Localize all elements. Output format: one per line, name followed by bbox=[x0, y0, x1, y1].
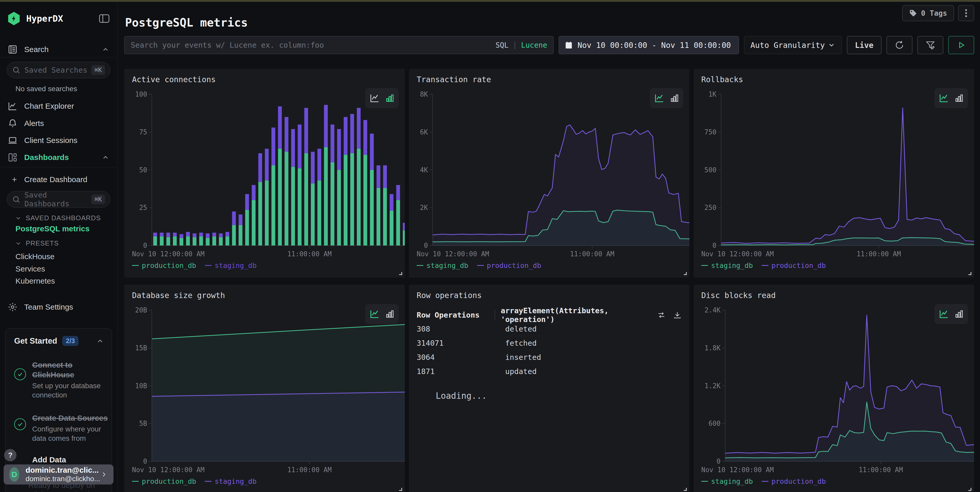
divider bbox=[0, 57, 117, 58]
legend-item[interactable]: staging_db bbox=[701, 477, 753, 485]
bar-chart-toggle[interactable] bbox=[670, 93, 679, 103]
legend-item[interactable]: staging_db bbox=[205, 262, 256, 270]
disc-blocks-read-chart[interactable] bbox=[701, 307, 974, 475]
line-chart-toggle[interactable] bbox=[938, 308, 949, 319]
chevron-up-icon[interactable] bbox=[102, 46, 110, 53]
cell-operation: deleted bbox=[505, 324, 536, 333]
sidebar-item-kubernetes[interactable]: Kubernetes bbox=[16, 276, 55, 285]
legend-label: production_db bbox=[487, 262, 541, 270]
sidebar-item-postgresql-metrics[interactable]: PostgreSQL metrics bbox=[16, 224, 89, 233]
bar-chart-toggle[interactable] bbox=[385, 93, 395, 103]
database-size-growth-chart[interactable] bbox=[132, 307, 405, 475]
legend-item[interactable]: staging_db bbox=[417, 262, 468, 270]
legend-item[interactable]: production_db bbox=[132, 477, 196, 485]
tags-button[interactable]: 0 Tags bbox=[902, 5, 954, 21]
sidebar-item-chart-explorer[interactable]: Chart Explorer bbox=[0, 98, 117, 114]
chart-title: Rollbacks bbox=[701, 75, 743, 84]
legend-item[interactable]: staging_db bbox=[205, 477, 256, 485]
column-header[interactable]: Row Operations bbox=[417, 311, 495, 319]
search-placeholder: Search your events w/ Lucene ex. column:… bbox=[131, 41, 324, 50]
saved-dashboards-input[interactable]: Saved Dashboards ⌘K bbox=[7, 191, 110, 208]
granularity-select[interactable]: Auto Granularity bbox=[744, 36, 842, 54]
download-icon[interactable] bbox=[673, 311, 682, 319]
chart-card-transaction-rate: Transaction rate staging_dbproduction_db bbox=[409, 69, 689, 278]
sidebar-item-search[interactable]: Search bbox=[0, 41, 117, 58]
resize-handle[interactable] bbox=[398, 487, 402, 491]
legend-item[interactable]: production_db bbox=[132, 262, 196, 270]
resize-handle[interactable] bbox=[683, 271, 687, 275]
live-button[interactable]: Live bbox=[847, 36, 881, 54]
lucene-toggle[interactable]: Lucene bbox=[521, 41, 547, 50]
run-query-button[interactable] bbox=[948, 36, 974, 54]
chevron-up-icon[interactable] bbox=[102, 153, 110, 161]
filter-edit-icon bbox=[926, 40, 935, 50]
sidebar-item-services[interactable]: Services bbox=[16, 265, 45, 273]
legend-label: production_db bbox=[142, 262, 196, 270]
column-resize-handle[interactable] bbox=[495, 310, 495, 320]
sidebar-item-alerts[interactable]: Alerts bbox=[0, 115, 117, 132]
sidebar-item-dashboards[interactable]: Dashboards bbox=[0, 149, 117, 166]
step-title: Create Data Sources bbox=[32, 413, 110, 423]
legend-label: staging_db bbox=[215, 477, 256, 485]
legend-label: production_db bbox=[142, 477, 196, 485]
sidebar-item-clickhouse[interactable]: ClickHouse bbox=[16, 252, 54, 261]
table-row[interactable]: 308deleted bbox=[417, 322, 682, 336]
date-range-picker[interactable]: Nov 10 00:00:00 - Nov 11 00:00:00 bbox=[559, 36, 739, 54]
legend-item[interactable]: production_db bbox=[762, 262, 826, 270]
section-label: PRESETS bbox=[26, 239, 59, 247]
dashboard-grid: Active connections production_dbstaging_… bbox=[124, 69, 974, 492]
chevron-up-icon[interactable] bbox=[96, 337, 104, 345]
refresh-button[interactable] bbox=[886, 36, 912, 54]
rollbacks-chart[interactable] bbox=[701, 91, 974, 259]
get-started-step-1[interactable]: Connect to ClickHouse Set up your databa… bbox=[14, 360, 104, 400]
sort-rows-icon[interactable] bbox=[657, 311, 666, 319]
hyperdx-logo-icon bbox=[7, 12, 21, 25]
line-chart-toggle[interactable] bbox=[654, 93, 665, 104]
sidebar-item-team-settings[interactable]: Team Settings bbox=[0, 299, 117, 315]
chart-explorer-icon bbox=[8, 101, 18, 111]
more-options-button[interactable] bbox=[958, 5, 974, 21]
hyperdx-app: HyperDX Search Saved Searches ⌘K No save… bbox=[0, 0, 980, 492]
table-row[interactable]: 3064inserted bbox=[417, 350, 682, 364]
date-range-value: Nov 10 00:00:00 - Nov 11 00:00:00 bbox=[578, 41, 731, 50]
event-search-input[interactable]: Search your events w/ Lucene ex. column:… bbox=[124, 36, 554, 54]
table-row[interactable]: 314071fetched bbox=[417, 336, 682, 350]
hidden-step-text: ClickHouse Cloud? bbox=[28, 490, 94, 492]
bar-chart-toggle[interactable] bbox=[954, 309, 964, 319]
dashboards-icon bbox=[8, 152, 18, 162]
help-button[interactable]: ? bbox=[4, 449, 16, 462]
chart-legend: staging_dbproduction_db bbox=[701, 262, 826, 270]
line-chart-toggle[interactable] bbox=[369, 93, 380, 104]
kebab-icon bbox=[965, 9, 967, 18]
page-title: PostgreSQL metrics bbox=[125, 16, 248, 29]
sql-toggle[interactable]: SQL bbox=[495, 41, 509, 50]
collapse-sidebar-icon[interactable] bbox=[99, 14, 110, 24]
legend-item[interactable]: production_db bbox=[762, 477, 826, 485]
resize-handle[interactable] bbox=[967, 487, 972, 491]
create-dashboard-button[interactable]: Create Dashboard bbox=[0, 171, 117, 188]
legend-item[interactable]: production_db bbox=[477, 262, 541, 270]
chevron-down-icon bbox=[828, 41, 835, 49]
section-presets[interactable]: PRESETS bbox=[15, 239, 59, 247]
search-icon bbox=[12, 66, 20, 74]
user-menu[interactable]: D dominic.tran@clic... dominic.tran@clic… bbox=[3, 465, 113, 484]
resize-handle[interactable] bbox=[683, 487, 687, 491]
transaction-rate-chart[interactable] bbox=[417, 91, 689, 259]
line-chart-toggle[interactable] bbox=[938, 93, 949, 104]
chevron-down-icon bbox=[15, 215, 22, 222]
section-saved-dashboards[interactable]: SAVED DASHBOARDS bbox=[15, 214, 100, 222]
filter-button[interactable] bbox=[918, 36, 943, 54]
resize-handle[interactable] bbox=[398, 271, 402, 275]
resize-handle[interactable] bbox=[967, 271, 972, 275]
get-started-step-2[interactable]: Create Data Sources Configure where your… bbox=[14, 413, 104, 443]
active-connections-chart[interactable] bbox=[132, 91, 405, 259]
bar-chart-toggle[interactable] bbox=[954, 93, 964, 103]
line-chart-toggle[interactable] bbox=[369, 308, 380, 319]
bar-chart-toggle[interactable] bbox=[385, 309, 395, 319]
column-header[interactable]: arrayElement(Attributes, 'operation') bbox=[501, 306, 657, 324]
legend-item[interactable]: staging_db bbox=[701, 262, 753, 270]
saved-searches-input[interactable]: Saved Searches ⌘K bbox=[7, 62, 110, 78]
table-row[interactable]: 1871updated bbox=[417, 364, 682, 379]
sidebar-item-client-sessions[interactable]: Client Sessions bbox=[0, 132, 117, 149]
legend-dash-icon bbox=[205, 481, 212, 482]
